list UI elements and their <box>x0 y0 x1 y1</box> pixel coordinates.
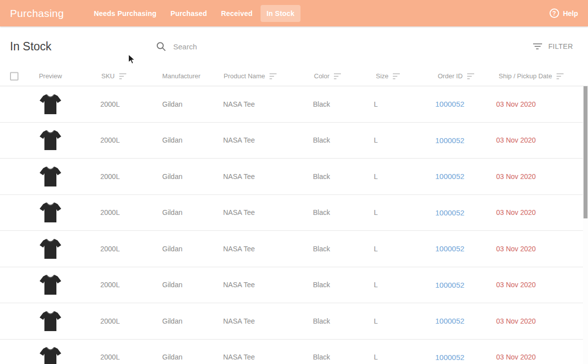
product-name-cell: NASA Tee <box>223 267 255 303</box>
black-tshirt-icon <box>38 310 62 333</box>
product-name-cell: NASA Tee <box>223 231 255 267</box>
column-label: Color <box>314 72 329 80</box>
color-cell: Black <box>313 231 330 267</box>
sku-cell: 2000L <box>100 195 120 231</box>
order-id-link[interactable]: 1000052 <box>435 231 464 267</box>
order-id-link[interactable]: 1000052 <box>435 159 464 194</box>
black-tshirt-icon <box>38 165 62 188</box>
ship-pickup-date-cell: 03 Nov 2020 <box>496 195 536 231</box>
sort-icon <box>334 73 341 79</box>
product-name-cell: NASA Tee <box>223 159 255 194</box>
color-cell: Black <box>313 303 330 339</box>
column-header-manufacturer: Manufacturer <box>162 66 201 86</box>
product-name-cell: NASA Tee <box>223 123 255 159</box>
manufacturer-cell: Gildan <box>162 267 182 303</box>
sku-cell: 2000L <box>100 159 120 194</box>
black-tshirt-icon <box>38 93 62 116</box>
column-header-color[interactable]: Color <box>314 66 341 86</box>
manufacturer-cell: Gildan <box>162 340 182 364</box>
column-label: Ship / Pickup Date <box>499 72 552 80</box>
color-cell: Black <box>313 195 330 231</box>
search-bar <box>156 42 323 51</box>
sku-cell: 2000L <box>100 340 120 364</box>
table-row: 2000L Gildan NASA Tee Black L 1000052 03… <box>0 231 588 267</box>
color-cell: Black <box>313 123 330 159</box>
manufacturer-cell: Gildan <box>162 303 182 339</box>
product-preview-image <box>28 231 73 267</box>
column-header-ship-pickup-date[interactable]: Ship / Pickup Date <box>499 66 564 86</box>
sku-cell: 2000L <box>100 231 120 267</box>
column-header-order-id[interactable]: Order ID <box>438 66 475 86</box>
page-title: In Stock <box>10 40 51 53</box>
manufacturer-cell: Gildan <box>162 159 182 194</box>
product-preview-image <box>28 123 73 159</box>
select-all-checkbox[interactable] <box>10 72 18 80</box>
filter-icon <box>533 43 542 50</box>
ship-pickup-date-cell: 03 Nov 2020 <box>496 123 536 159</box>
ship-pickup-date-cell: 03 Nov 2020 <box>496 303 536 339</box>
ship-pickup-date-cell: 03 Nov 2020 <box>496 267 536 303</box>
product-preview-image <box>28 195 73 231</box>
sort-icon <box>557 73 564 79</box>
filter-button[interactable]: FILTER <box>533 42 573 50</box>
ship-pickup-date-cell: 03 Nov 2020 <box>496 86 536 122</box>
column-header-sku[interactable]: SKU <box>101 66 127 86</box>
manufacturer-cell: Gildan <box>162 86 182 122</box>
filter-label: FILTER <box>548 42 573 50</box>
black-tshirt-icon <box>38 273 62 296</box>
nav-tab-received[interactable]: Received <box>215 5 259 22</box>
black-tshirt-icon <box>38 129 62 152</box>
sku-cell: 2000L <box>100 123 120 159</box>
help-button[interactable]: ? Help <box>550 8 578 18</box>
scrollbar-thumb[interactable] <box>584 86 588 218</box>
color-cell: Black <box>313 159 330 194</box>
table-row: 2000L Gildan NASA Tee Black L 1000052 03… <box>0 303 588 340</box>
sku-cell: 2000L <box>100 86 120 122</box>
table-row: 2000L Gildan NASA Tee Black L 1000052 03… <box>0 340 588 364</box>
black-tshirt-icon <box>38 346 62 364</box>
order-id-link[interactable]: 1000052 <box>435 86 464 122</box>
help-label: Help <box>563 9 578 17</box>
sort-icon <box>467 73 475 79</box>
table-row: 2000L Gildan NASA Tee Black L 1000052 03… <box>0 123 588 159</box>
column-label: Preview <box>39 72 62 80</box>
ship-pickup-date-cell: 03 Nov 2020 <box>496 231 536 267</box>
product-preview-image <box>28 86 73 122</box>
size-cell: L <box>374 231 378 267</box>
column-label: Product Name <box>224 72 265 80</box>
size-cell: L <box>374 195 378 231</box>
black-tshirt-icon <box>38 237 62 260</box>
order-id-link[interactable]: 1000052 <box>435 340 464 364</box>
product-name-cell: NASA Tee <box>223 303 255 339</box>
sku-cell: 2000L <box>100 267 120 303</box>
column-header-preview: Preview <box>28 66 73 86</box>
product-preview-image <box>28 159 73 194</box>
column-header-size[interactable]: Size <box>376 66 400 86</box>
nav-tab-purchased[interactable]: Purchased <box>164 5 213 22</box>
order-id-link[interactable]: 1000052 <box>435 303 464 339</box>
search-input[interactable] <box>173 42 323 51</box>
product-preview-image <box>28 340 73 364</box>
vertical-scrollbar <box>583 86 588 364</box>
column-label: Size <box>376 72 388 80</box>
nav-tab-in-stock[interactable]: In Stock <box>261 5 300 22</box>
column-label: Order ID <box>438 72 463 80</box>
size-cell: L <box>374 159 378 194</box>
size-cell: L <box>374 340 378 364</box>
product-preview-image <box>28 267 73 303</box>
product-name-cell: NASA Tee <box>223 340 255 364</box>
nav-tab-needs-purchasing[interactable]: Needs Purchasing <box>88 5 162 22</box>
order-id-link[interactable]: 1000052 <box>435 123 464 159</box>
order-id-link[interactable]: 1000052 <box>435 267 464 303</box>
column-header-product-name[interactable]: Product Name <box>224 66 277 86</box>
ship-pickup-date-cell: 03 Nov 2020 <box>496 340 536 364</box>
size-cell: L <box>374 86 378 122</box>
manufacturer-cell: Gildan <box>162 123 182 159</box>
app-title: Purchasing <box>10 7 64 19</box>
product-preview-image <box>28 303 73 339</box>
product-name-cell: NASA Tee <box>223 86 255 122</box>
color-cell: Black <box>313 267 330 303</box>
table-row: 2000L Gildan NASA Tee Black L 1000052 03… <box>0 86 588 123</box>
size-cell: L <box>374 303 378 339</box>
order-id-link[interactable]: 1000052 <box>435 195 464 231</box>
